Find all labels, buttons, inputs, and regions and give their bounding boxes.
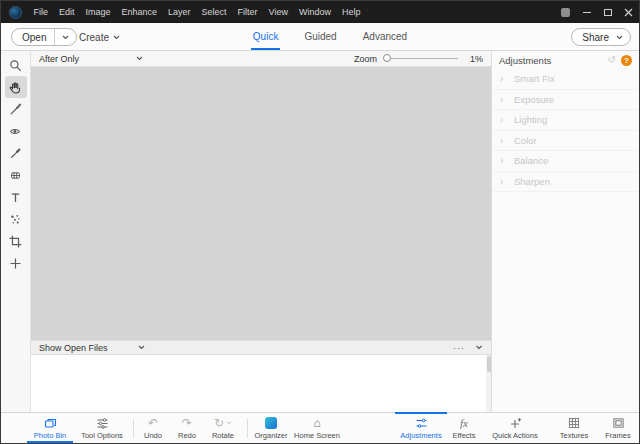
photo-bin-button[interactable]: Photo Bin bbox=[25, 413, 75, 443]
app-window: File Edit Image Enhance Layer Select Fil… bbox=[0, 0, 640, 444]
adjustment-sharpen[interactable]: › Sharpen bbox=[492, 172, 639, 193]
zoom-slider-knob[interactable] bbox=[383, 54, 391, 62]
type-tool-icon bbox=[9, 191, 22, 204]
menu-filter[interactable]: Filter bbox=[232, 1, 263, 23]
zoom-slider[interactable] bbox=[386, 58, 458, 59]
red-eye-tool-icon bbox=[9, 125, 22, 138]
crop-tool[interactable] bbox=[5, 230, 27, 252]
tab-guided[interactable]: Guided bbox=[302, 23, 338, 50]
chevron-right-icon: › bbox=[500, 94, 514, 105]
textures-icon bbox=[568, 417, 580, 430]
adjustment-smart-fix[interactable]: › Smart Fix bbox=[492, 69, 639, 90]
redo-icon: ↷ bbox=[182, 417, 192, 430]
chevron-right-icon: › bbox=[500, 73, 514, 84]
rotate-icon: ↻ bbox=[214, 417, 224, 430]
chevron-right-icon: › bbox=[500, 155, 514, 166]
collapse-bin-button[interactable] bbox=[475, 345, 483, 350]
reset-icon[interactable]: ↺ bbox=[608, 55, 616, 65]
menu-file[interactable]: File bbox=[28, 1, 54, 23]
action-toolbar: Open Create Quick Guided Advanced Share bbox=[1, 23, 639, 51]
adjustment-label: Smart Fix bbox=[514, 73, 555, 84]
whiten-teeth-tool-icon bbox=[9, 169, 22, 182]
menu-window[interactable]: Window bbox=[293, 1, 336, 23]
spot-healing-tool-icon bbox=[9, 147, 22, 160]
share-button[interactable]: Share bbox=[571, 28, 631, 46]
quick-selection-tool[interactable] bbox=[5, 98, 27, 120]
chevron-right-icon: › bbox=[500, 114, 514, 125]
quick-selection-tool-icon bbox=[9, 103, 22, 116]
organizer-icon bbox=[265, 417, 277, 430]
type-tool[interactable] bbox=[5, 186, 27, 208]
smart-brush-tool[interactable] bbox=[5, 208, 27, 230]
quick-actions-icon bbox=[509, 417, 522, 430]
adjustment-lighting[interactable]: › Lighting bbox=[492, 110, 639, 131]
menu-help[interactable]: Help bbox=[336, 1, 366, 23]
tab-advanced[interactable]: Advanced bbox=[361, 23, 409, 50]
hand-tool[interactable] bbox=[5, 76, 27, 98]
show-open-files-label: Show Open Files bbox=[39, 343, 108, 353]
menu-select[interactable]: Select bbox=[196, 1, 232, 23]
spot-healing-tool[interactable] bbox=[5, 142, 27, 164]
adjustment-label: Color bbox=[514, 135, 537, 146]
photo-bin-actions: ··· bbox=[453, 343, 483, 353]
undo-icon: ↶ bbox=[148, 417, 158, 430]
tab-quick[interactable]: Quick bbox=[251, 23, 281, 50]
close-button[interactable] bbox=[618, 1, 639, 23]
canvas-header: After Only Zoom 1% bbox=[31, 51, 493, 67]
redo-button[interactable]: ↷ Redo bbox=[173, 413, 201, 443]
more-options-icon[interactable]: ··· bbox=[453, 343, 465, 353]
minimize-button[interactable] bbox=[576, 1, 597, 23]
adjustment-exposure[interactable]: › Exposure bbox=[492, 90, 639, 111]
canvas-area[interactable] bbox=[31, 67, 493, 340]
minimize-icon bbox=[583, 12, 591, 13]
rotate-button[interactable]: ↻ Rotate bbox=[203, 413, 243, 443]
zoom-tool[interactable] bbox=[5, 54, 27, 76]
help-button[interactable]: ? bbox=[621, 55, 632, 66]
adjustment-label: Balance bbox=[514, 155, 548, 166]
view-mode-value: After Only bbox=[39, 54, 79, 64]
menu-image[interactable]: Image bbox=[80, 1, 116, 23]
show-open-files-bar: Show Open Files ··· bbox=[31, 340, 493, 355]
textures-button[interactable]: Textures bbox=[553, 413, 595, 443]
zoom-tool-icon bbox=[9, 59, 22, 72]
chevron-right-icon: › bbox=[500, 135, 514, 146]
crop-tool-icon bbox=[9, 235, 22, 248]
zoom-label: Zoom bbox=[354, 54, 377, 64]
red-eye-tool[interactable] bbox=[5, 120, 27, 142]
home-screen-button[interactable]: ⌂ Home Screen bbox=[293, 413, 341, 443]
frames-button[interactable]: Frames bbox=[599, 413, 637, 443]
menu-view[interactable]: View bbox=[263, 1, 293, 23]
menu-layer[interactable]: Layer bbox=[163, 1, 197, 23]
adjustments-panel: Adjustments ↺ ? › Smart Fix › Exposure ›… bbox=[491, 51, 639, 412]
adjustment-balance[interactable]: › Balance bbox=[492, 151, 639, 172]
view-mode-select[interactable]: After Only bbox=[39, 54, 143, 64]
effects-button[interactable]: fx Effects bbox=[451, 413, 477, 443]
titlebar: File Edit Image Enhance Layer Select Fil… bbox=[1, 1, 639, 23]
chevron-down-icon[interactable] bbox=[226, 421, 232, 425]
zoom-value: 1% bbox=[470, 54, 483, 64]
organizer-button[interactable]: Organizer bbox=[251, 413, 291, 443]
mode-tabs: Quick Guided Advanced bbox=[11, 23, 640, 50]
tool-options-button[interactable]: Tool Options bbox=[77, 413, 127, 443]
move-tool[interactable] bbox=[5, 252, 27, 274]
chevron-down-icon bbox=[136, 56, 143, 61]
show-open-files-toggle[interactable]: Show Open Files bbox=[39, 343, 145, 353]
move-tool-icon bbox=[9, 257, 22, 270]
chevron-down-icon bbox=[475, 345, 483, 350]
adjustments-icon bbox=[415, 417, 428, 430]
smart-brush-tool-icon bbox=[9, 213, 22, 226]
whiten-teeth-tool[interactable] bbox=[5, 164, 27, 186]
adjustments-button[interactable]: Adjustments bbox=[395, 413, 447, 443]
menu-enhance[interactable]: Enhance bbox=[116, 1, 163, 23]
undo-button[interactable]: ↶ Undo bbox=[139, 413, 167, 443]
menubar: File Edit Image Enhance Layer Select Fil… bbox=[28, 1, 366, 23]
maximize-button[interactable] bbox=[597, 1, 618, 23]
chevron-right-icon: › bbox=[500, 176, 514, 187]
adjustment-color[interactable]: › Color bbox=[492, 131, 639, 152]
quick-actions-button[interactable]: Quick Actions bbox=[489, 413, 541, 443]
menu-edit[interactable]: Edit bbox=[54, 1, 81, 23]
app-frame-icon[interactable] bbox=[555, 1, 576, 23]
close-icon bbox=[624, 8, 633, 17]
zoom-control: Zoom 1% bbox=[354, 54, 483, 64]
tool-column bbox=[1, 51, 31, 412]
